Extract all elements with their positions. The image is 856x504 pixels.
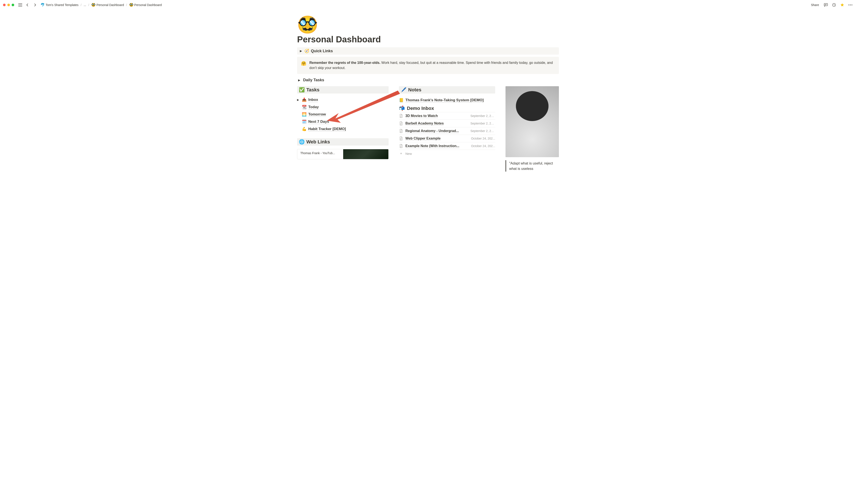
task-link-label: Inbox (308, 97, 318, 102)
hamburger-menu-icon[interactable] (18, 2, 23, 7)
note-title: 3D Movies to Watch (406, 114, 438, 118)
task-link-habit-tracker-demo-[interactable]: 💪Habit Tracker [DEMO] (297, 126, 389, 132)
disguise-face-icon: 🥸 (129, 3, 134, 7)
page-content: 🥸 Personal Dashboard ▶ 🧭 Quick Links 🤗 R… (297, 10, 559, 180)
tasks-link-list: ▶📥Inbox📆Today🌅Tomorrow🗓️Next 7 Days💪Habi… (297, 97, 389, 132)
note-system-link-label: Thomas Frank's Note-Taking System [DEMO] (406, 98, 484, 103)
new-note-label: New (406, 152, 412, 156)
quote-block[interactable]: "Adapt what is useful, reject what is us… (506, 160, 559, 172)
note-row[interactable]: Barbell Academy NotesSeptember 2, 20... (399, 120, 495, 127)
globe-icon: 🌐 (299, 139, 305, 145)
comments-icon[interactable] (823, 2, 828, 7)
note-date: September 2, 20... (470, 114, 495, 118)
caret-right-icon: ▶ (299, 50, 303, 52)
more-menu-icon[interactable] (848, 2, 853, 7)
note-row[interactable]: Web Clipper ExampleOctober 24, 202... (399, 135, 495, 142)
mailbox-icon: 📬 (399, 106, 405, 111)
svg-rect-0 (824, 3, 827, 6)
web-links-header[interactable]: 🌐 Web Links (297, 138, 389, 146)
dolphin-icon: 🐬 (40, 3, 45, 7)
task-link-label: Tomorrow (308, 112, 326, 117)
pen-icon: 🖊️ (401, 87, 407, 93)
quick-links-toggle[interactable]: ▶ 🧭 Quick Links (297, 47, 559, 55)
task-link-label: Habit Tracker [DEMO] (308, 127, 346, 131)
note-system-link[interactable]: 📒 Thomas Frank's Note-Taking System [DEM… (399, 97, 495, 104)
notes-header[interactable]: 🖊️ Notes (399, 86, 495, 93)
task-emoji-icon: 🗓️ (302, 119, 307, 124)
quote-text: "Adapt what is useful, reject what is us… (509, 161, 553, 170)
notes-header-label: Notes (408, 87, 421, 93)
caret-right-icon: ▶ (297, 79, 301, 82)
task-emoji-icon: 🌅 (302, 112, 307, 117)
back-button[interactable] (25, 2, 30, 7)
breadcrumb-separator: / (126, 3, 127, 7)
check-mark-icon: ✅ (299, 87, 305, 93)
disguise-face-icon: 🥸 (91, 3, 96, 7)
plus-icon: + (399, 151, 403, 156)
document-icon (399, 121, 403, 126)
daily-tasks-label: Daily Tasks (303, 78, 324, 82)
task-link-inbox[interactable]: ▶📥Inbox (297, 97, 389, 103)
svg-point-2 (849, 4, 849, 5)
tasks-column: ✅ Tasks ▶📥Inbox📆Today🌅Tomorrow🗓️Next 7 D… (297, 86, 389, 159)
task-link-today[interactable]: 📆Today (297, 104, 389, 110)
tasks-header-label: Tasks (306, 87, 320, 93)
note-date: October 24, 202... (471, 137, 495, 140)
task-link-tomorrow[interactable]: 🌅Tomorrow (297, 112, 389, 117)
quick-links-label: Quick Links (311, 49, 333, 53)
share-button[interactable]: Share (810, 3, 820, 7)
task-emoji-icon: 💪 (302, 127, 307, 131)
demo-inbox-heading[interactable]: 📬 Demo Inbox (399, 106, 495, 111)
forward-button[interactable] (32, 2, 37, 7)
compass-icon: 🧭 (304, 49, 309, 53)
breadcrumb-root[interactable]: 🐬 Tom's Shared Templates (40, 2, 80, 7)
minimize-window-icon[interactable] (7, 4, 10, 6)
task-link-label: Next 7 Days (308, 120, 329, 124)
note-date: September 2, 20... (470, 129, 495, 133)
callout-text: Remember the regrets of the 100-year-old… (309, 60, 555, 71)
web-bookmark[interactable]: Thomas Frank - YouTub... (297, 149, 389, 159)
topbar-actions: Share (810, 2, 853, 7)
new-note-button[interactable]: + New (399, 150, 495, 157)
page-title[interactable]: Personal Dashboard (297, 35, 559, 44)
note-title: Example Note (With Instruction... (406, 144, 459, 148)
caret-right-icon: ▶ (297, 98, 300, 101)
breadcrumb-leaf[interactable]: 🥸 Personal Dashboard (128, 2, 163, 7)
notes-list: 3D Movies to WatchSeptember 2, 20...Barb… (399, 112, 495, 150)
favorite-star-icon[interactable] (840, 2, 845, 7)
breadcrumb-root-label: Tom's Shared Templates (46, 3, 79, 7)
reminder-callout[interactable]: 🤗 Remember the regrets of the 100-year-o… (297, 57, 559, 74)
notes-column: 🖊️ Notes 📒 Thomas Frank's Note-Taking Sy… (399, 86, 495, 157)
maximize-window-icon[interactable] (12, 4, 14, 6)
breadcrumb: 🐬 Tom's Shared Templates / ... / 🥸 Perso… (40, 2, 808, 7)
page-emoji-icon[interactable]: 🥸 (297, 16, 559, 33)
task-link-next-7-days[interactable]: 🗓️Next 7 Days (297, 119, 389, 125)
svg-point-4 (852, 4, 852, 5)
demo-inbox-label: Demo Inbox (407, 106, 434, 111)
updates-clock-icon[interactable] (832, 2, 837, 7)
note-row[interactable]: Example Note (With Instruction...October… (399, 142, 495, 150)
document-icon (399, 144, 403, 148)
note-title: Web Clipper Example (406, 137, 441, 141)
breadcrumb-leaf-label: Personal Dashboard (134, 3, 162, 7)
web-links-header-label: Web Links (306, 139, 330, 145)
note-title: Regional Anatomy - Undergrad... (406, 129, 459, 133)
note-row[interactable]: Regional Anatomy - Undergrad...September… (399, 127, 495, 135)
bookmark-thumbnail (343, 149, 388, 159)
bruce-lee-image[interactable] (506, 86, 559, 157)
note-title: Barbell Academy Notes (406, 122, 444, 126)
document-icon (399, 129, 403, 133)
breadcrumb-mid[interactable]: 🥸 Personal Dashboard (90, 2, 125, 7)
document-icon (399, 136, 403, 141)
tasks-header[interactable]: ✅ Tasks (297, 86, 389, 93)
note-date: October 24, 202... (471, 144, 495, 148)
document-icon (399, 114, 403, 118)
breadcrumb-ellipsis[interactable]: ... (83, 3, 87, 7)
breadcrumb-mid-label: Personal Dashboard (97, 3, 124, 7)
daily-tasks-toggle[interactable]: ▶ Daily Tasks (297, 77, 559, 83)
window-controls[interactable] (3, 4, 14, 6)
note-row[interactable]: 3D Movies to WatchSeptember 2, 20... (399, 112, 495, 120)
close-window-icon[interactable] (3, 4, 5, 6)
callout-bold: Remember the regrets of the 100-year-old… (309, 61, 380, 65)
breadcrumb-separator: / (88, 3, 89, 7)
